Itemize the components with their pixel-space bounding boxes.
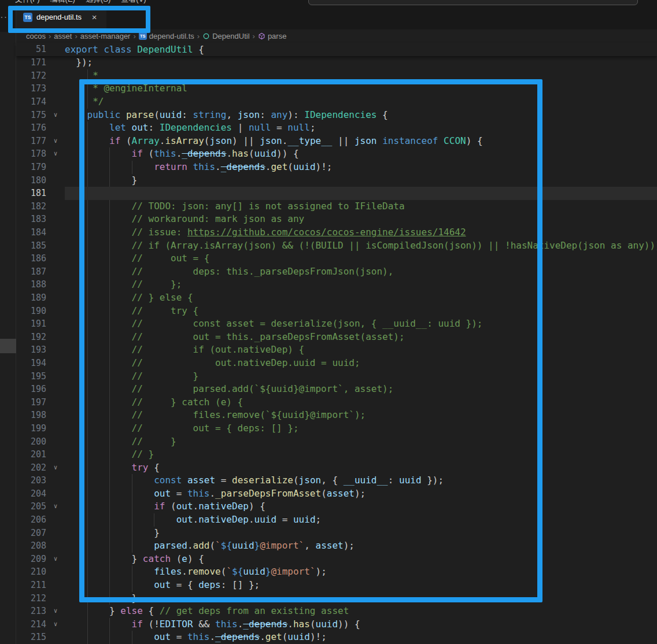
line-number[interactable]: 181	[16, 187, 46, 200]
line-number[interactable]: 214	[16, 618, 46, 631]
code-text[interactable]: export class DependUtil {	[65, 43, 657, 56]
line-number[interactable]: 192	[16, 331, 46, 344]
menu-item[interactable]: 查看(V)	[121, 0, 146, 5]
breadcrumb-item-cocos[interactable]: cocos	[26, 32, 46, 40]
line-number[interactable]: 200	[16, 435, 46, 449]
line-number[interactable]: 171	[16, 56, 46, 69]
line-number[interactable]: 196	[16, 383, 46, 396]
line-number[interactable]: 198	[16, 409, 46, 422]
fold-chevron-icon[interactable]: ∨	[46, 135, 65, 148]
code-text[interactable]: if (!EDITOR && this._depends.has(uuid)) …	[65, 618, 657, 631]
line-number[interactable]: 204	[16, 487, 46, 501]
menu-item[interactable]: 文件(F)	[15, 0, 40, 5]
line-number[interactable]: 194	[16, 357, 46, 370]
overflow-dots[interactable]: ···	[0, 12, 8, 23]
code-text[interactable]: const asset = deserialize(json, { __uuid…	[65, 474, 657, 487]
code-text[interactable]	[65, 187, 657, 200]
code-text[interactable]: public parse(uuid: string, json: any): I…	[65, 109, 657, 122]
code-text[interactable]: // out = { deps: [] };	[65, 422, 657, 435]
breadcrumb-item-depend-util.ts[interactable]: TSdepend-util.ts	[139, 32, 194, 40]
fold-chevron-icon[interactable]: ∨	[46, 605, 65, 618]
code-text[interactable]: return this._depends.get(uuid)!;	[65, 161, 657, 174]
breadcrumb-item-DependUtil[interactable]: DependUtil	[202, 32, 249, 40]
line-number[interactable]: 190	[16, 305, 46, 318]
code-text[interactable]: // out.nativeDep.uuid = uuid;	[65, 357, 657, 370]
code-text[interactable]: out = this._depends.get(uuid)!;	[65, 631, 657, 644]
code-text[interactable]: // workaround: mark json as any	[65, 213, 657, 226]
line-number[interactable]: 185	[16, 239, 46, 253]
menu-item[interactable]: 选择(S)	[86, 0, 110, 5]
line-number[interactable]: 191	[16, 317, 46, 331]
command-center[interactable]	[308, 0, 638, 5]
line-number[interactable]: 176	[16, 121, 46, 135]
line-number[interactable]: 189	[16, 291, 46, 305]
line-number[interactable]: 172	[16, 69, 46, 83]
code-text[interactable]: *	[65, 69, 657, 83]
line-number[interactable]: 208	[16, 539, 46, 553]
line-number[interactable]: 197	[16, 396, 46, 409]
line-number[interactable]: 188	[16, 278, 46, 291]
menu-item[interactable]: 编辑(E)	[50, 0, 75, 5]
code-text[interactable]: }	[65, 592, 657, 605]
line-number[interactable]: 205	[16, 500, 46, 513]
code-text[interactable]: */	[65, 95, 657, 109]
line-number[interactable]: 174	[16, 95, 46, 109]
line-number[interactable]: 213	[16, 605, 46, 618]
breadcrumb-item-asset-manager[interactable]: asset-manager	[80, 32, 131, 40]
code-text[interactable]: let out: IDependencies | null = null;	[65, 121, 657, 135]
line-number[interactable]: 211	[16, 579, 46, 592]
line-number[interactable]: 173	[16, 82, 46, 95]
code-text[interactable]: if (Array.isArray(json) || json.__type__…	[65, 135, 657, 148]
code-text[interactable]: // } else {	[65, 291, 657, 305]
fold-chevron-icon[interactable]: ∨	[46, 500, 65, 513]
line-number[interactable]: 51	[16, 43, 46, 56]
code-text[interactable]: out.nativeDep.uuid = uuid;	[65, 513, 657, 527]
line-number[interactable]: 182	[16, 200, 46, 213]
line-number[interactable]: 199	[16, 422, 46, 435]
code-text[interactable]: // issue: https://github.com/cocos/cocos…	[65, 226, 657, 239]
code-text[interactable]: // out = {	[65, 252, 657, 265]
line-number[interactable]: 210	[16, 565, 46, 579]
breadcrumb-item-parse[interactable]: parse	[258, 32, 287, 40]
close-icon[interactable]: ×	[89, 12, 99, 22]
code-text[interactable]: // if (Array.isArray(json) && (!(BUILD |…	[65, 239, 657, 253]
code-text[interactable]: // }	[65, 370, 657, 383]
line-number[interactable]: 209	[16, 553, 46, 566]
code-text[interactable]: // out = this._parseDepsFromAsset(asset)…	[65, 331, 657, 344]
code-text[interactable]: if (out.nativeDep) {	[65, 500, 657, 513]
code-text[interactable]: // TODO: json: any[] is not assigned to …	[65, 200, 657, 213]
code-text[interactable]: // } catch (e) {	[65, 396, 657, 409]
code-text[interactable]: try {	[65, 461, 657, 475]
fold-chevron-icon[interactable]: ∨	[46, 461, 65, 475]
code-text[interactable]: });	[65, 56, 657, 69]
fold-chevron-icon[interactable]: ∨	[46, 147, 65, 161]
code-text[interactable]: // try {	[65, 305, 657, 318]
breadcrumb-item-asset[interactable]: asset	[54, 32, 72, 40]
code-text[interactable]: parsed.add(`${uuid}@import`, asset);	[65, 539, 657, 553]
fold-chevron-icon[interactable]: ∨	[46, 618, 65, 631]
line-number[interactable]: 180	[16, 174, 46, 187]
line-number[interactable]: 179	[16, 161, 46, 174]
code-text[interactable]: if (this._depends.has(uuid)) {	[65, 147, 657, 161]
code-text[interactable]: out = { deps: [] };	[65, 579, 657, 592]
line-number[interactable]: 178	[16, 147, 46, 161]
line-number[interactable]: 193	[16, 343, 46, 357]
line-number[interactable]: 175	[16, 109, 46, 122]
code-text[interactable]: // }	[65, 448, 657, 461]
fold-chevron-icon[interactable]: ∨	[46, 553, 65, 566]
code-text[interactable]: } else { // get deps from an existing as…	[65, 605, 657, 618]
tab-depend-util.ts[interactable]: TS depend-util.ts ×	[16, 5, 106, 29]
line-number[interactable]: 184	[16, 226, 46, 239]
line-number[interactable]: 186	[16, 252, 46, 265]
line-number[interactable]: 195	[16, 370, 46, 383]
code-text[interactable]: // parsed.add(`${uuid}@import`, asset);	[65, 383, 657, 396]
code-text[interactable]: } catch (e) {	[65, 553, 657, 566]
line-number[interactable]: 202	[16, 461, 46, 475]
line-number[interactable]: 206	[16, 513, 46, 527]
code-text[interactable]: // };	[65, 278, 657, 291]
code-text[interactable]: * @engineInternal	[65, 82, 657, 95]
line-number[interactable]: 187	[16, 265, 46, 279]
code-text[interactable]: }	[65, 174, 657, 187]
code-text[interactable]: // deps: this._parseDepsFromJson(json),	[65, 265, 657, 279]
line-number[interactable]: 207	[16, 527, 46, 540]
